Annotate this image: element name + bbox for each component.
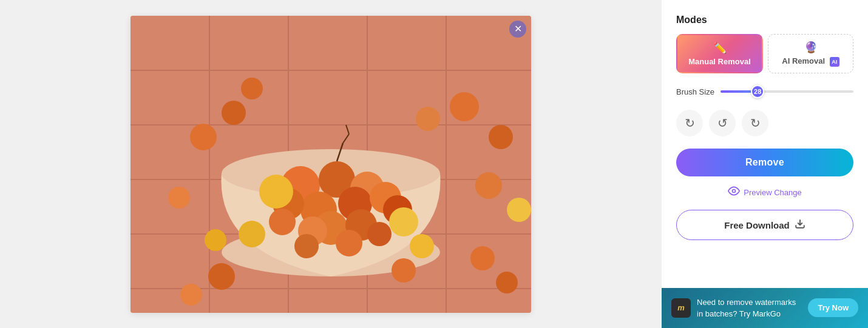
svg-point-45	[239, 221, 265, 247]
brush-icon: ✏️	[713, 41, 727, 55]
svg-point-35	[392, 258, 416, 283]
ai-icon: 🔮	[804, 41, 818, 54]
svg-point-37	[180, 284, 202, 306]
brush-value: 28	[754, 88, 761, 95]
brush-size-row: Brush Size 28	[676, 85, 853, 98]
free-download-button[interactable]: Free Download	[676, 210, 853, 240]
undo-button[interactable]: ↺	[676, 110, 703, 136]
svg-point-47	[205, 229, 226, 251]
reset-icon: ↻	[750, 116, 761, 130]
svg-point-49	[733, 190, 736, 193]
main-canvas-area: ✕	[0, 0, 662, 328]
manual-removal-button[interactable]: ✏️ Manual Removal	[676, 34, 763, 73]
svg-point-26	[367, 222, 392, 246]
svg-point-30	[450, 92, 479, 121]
svg-point-29	[168, 187, 190, 209]
image-container: ✕	[131, 16, 531, 313]
svg-point-44	[389, 207, 418, 236]
close-icon: ✕	[514, 23, 522, 35]
preview-icon	[728, 185, 740, 200]
ai-removal-button[interactable]: 🔮 AI Removal AI	[768, 34, 853, 73]
brush-slider-track: 28	[721, 90, 853, 93]
svg-point-46	[410, 234, 434, 258]
mode-buttons-group: ✏️ Manual Removal 🔮 AI Removal AI	[676, 34, 853, 73]
preview-row[interactable]: Preview Change	[676, 185, 853, 200]
action-icons-group: ↺ ↺ ↻	[676, 110, 853, 136]
manual-removal-label: Manual Removal	[688, 57, 751, 66]
ai-removal-label: AI Removal AI	[782, 56, 839, 67]
svg-point-33	[416, 107, 440, 131]
brush-slider-container[interactable]: 28	[721, 85, 853, 98]
promo-text-block: Need to remove watermarks in batches? Tr…	[697, 296, 802, 320]
close-button[interactable]: ✕	[509, 21, 526, 38]
svg-point-38	[470, 246, 495, 270]
svg-point-24	[294, 234, 319, 258]
promo-text: Need to remove watermarks in batches? Tr…	[697, 298, 796, 318]
svg-point-31	[489, 125, 513, 149]
promo-logo: m	[671, 298, 691, 318]
sidebar: Modes ✏️ Manual Removal 🔮 AI Removal AI …	[662, 0, 868, 328]
svg-point-39	[496, 272, 518, 293]
redo-icon: ↺	[717, 116, 728, 130]
svg-point-27	[190, 124, 217, 150]
ai-badge: AI	[830, 57, 839, 67]
modes-title: Modes	[676, 15, 853, 25]
svg-point-43	[259, 175, 293, 209]
svg-point-23	[269, 209, 296, 235]
svg-point-36	[208, 263, 235, 290]
try-now-button[interactable]: Try Now	[808, 298, 858, 317]
download-icon	[795, 218, 805, 232]
svg-point-48	[507, 198, 531, 222]
brush-slider-thumb[interactable]: 28	[751, 85, 764, 98]
svg-point-34	[241, 78, 263, 99]
svg-point-25	[336, 230, 362, 256]
svg-point-28	[222, 101, 246, 125]
reset-button[interactable]: ↻	[742, 110, 768, 136]
undo-icon: ↺	[685, 116, 695, 130]
promo-banner: m Need to remove watermarks in batches? …	[662, 288, 868, 328]
image-canvas	[131, 16, 531, 313]
remove-button[interactable]: Remove	[676, 149, 853, 176]
preview-text: Preview Change	[744, 188, 801, 197]
redo-button[interactable]: ↺	[709, 110, 736, 136]
sidebar-content: Modes ✏️ Manual Removal 🔮 AI Removal AI …	[662, 0, 868, 288]
svg-point-32	[475, 172, 502, 199]
promo-logo-icon: m	[677, 303, 685, 312]
download-label: Free Download	[724, 220, 790, 230]
brush-size-label: Brush Size	[676, 87, 714, 96]
